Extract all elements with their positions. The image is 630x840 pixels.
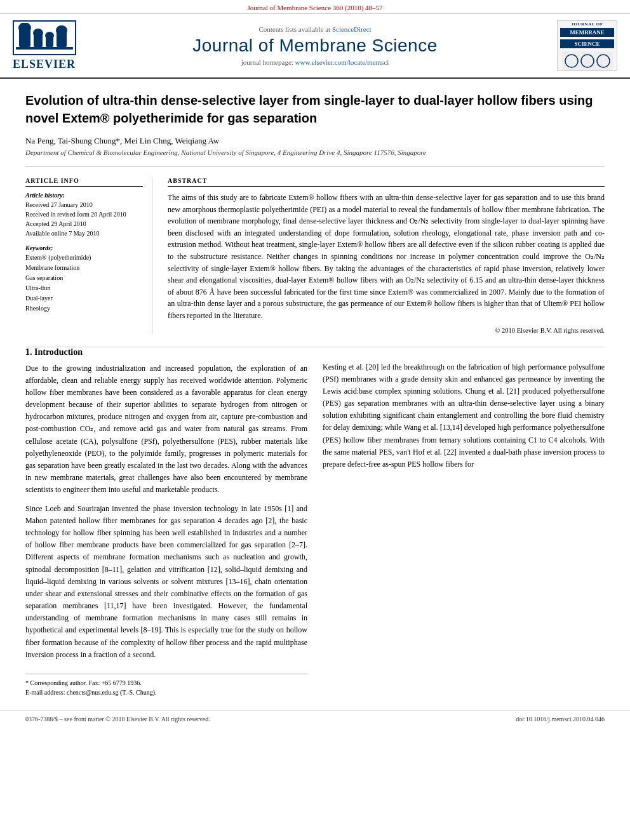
keyword-4: Ultra-thin — [25, 283, 143, 293]
divider-1 — [25, 166, 605, 167]
body-two-col: 1. Introduction Due to the growing indus… — [25, 347, 605, 698]
homepage-url: www.elsevier.com/locate/memsci — [295, 58, 389, 66]
journal-header-center: Contents lists available at ScienceDirec… — [89, 25, 541, 66]
svg-rect-8 — [16, 47, 73, 50]
affiliation: Department of Chemical & Biomolecular En… — [25, 149, 605, 156]
intro-para1: Due to the growing industrialization and… — [25, 363, 307, 497]
keyword-6: Rheology — [25, 303, 143, 314]
article-history-group: Article history: Received 27 January 201… — [25, 192, 143, 238]
keywords-group: Keywords: Extem® (polyetherimide) Membra… — [25, 244, 143, 314]
sciencedirect-link[interactable]: ScienceDirect — [332, 25, 372, 33]
elsevier-tree-icon — [16, 23, 73, 53]
footer-issn: 0376-7388/$ – see front matter © 2010 El… — [25, 716, 210, 723]
keyword-3: Gas separation — [25, 273, 143, 283]
journal-logo-box: journal of MEMBRANE SCIENCE — [557, 20, 617, 71]
svg-point-3 — [33, 29, 43, 37]
received-date: Received 27 January 2010 — [25, 200, 143, 210]
journal-logo-mid1: MEMBRANE — [560, 28, 614, 37]
copyright-line: © 2010 Elsevier B.V. All rights reserved… — [168, 327, 605, 334]
authors: Na Peng, Tai-Shung Chung*, Mei Lin Chng,… — [25, 136, 605, 146]
footnote-area: * Corresponding author. Fax: +65 6779 19… — [25, 674, 307, 697]
keyword-5: Dual-layer — [25, 293, 143, 303]
paper-content: Evolution of ultra-thin dense-selective … — [0, 79, 630, 347]
footer-doi: doi:10.1016/j.memsci.2010.04.046 — [516, 716, 605, 723]
article-body-cols: Article Info Article history: Received 2… — [25, 177, 605, 334]
history-label: Article history: — [25, 192, 143, 199]
elsevier-logo-area: ELSEVIER — [13, 20, 89, 71]
svg-point-10 — [581, 55, 594, 67]
footnote-star: * Corresponding author. Fax: +65 6779 19… — [25, 678, 307, 688]
revised-date: Received in revised form 20 April 2010 — [25, 210, 143, 219]
svg-point-11 — [597, 55, 610, 67]
abstract-text: The aims of this study are to fabricate … — [168, 192, 605, 322]
accepted-date: Accepted 29 April 2010 — [25, 219, 143, 229]
journal-title: Journal of Membrane Science — [89, 36, 541, 56]
svg-point-7 — [56, 25, 67, 36]
journal-logo-area: journal of MEMBRANE SCIENCE — [541, 20, 617, 71]
abstract-col: Abstract The aims of this study are to f… — [168, 177, 605, 334]
journal-logo-graphic — [562, 51, 613, 70]
elsevier-logo: ELSEVIER — [13, 20, 89, 71]
keyword-1: Extem® (polyetherimide) — [25, 253, 143, 263]
journal-logo-top: journal of — [572, 22, 603, 27]
elsevier-label: ELSEVIER — [13, 58, 76, 71]
journal-logo-mid2: SCIENCE — [560, 39, 614, 48]
keyword-2: Membrane formation — [25, 263, 143, 273]
footer-bar: 0376-7388/$ – see front matter © 2010 El… — [0, 710, 630, 728]
svg-point-5 — [45, 32, 54, 39]
intro-para3: Kesting et al. [20] led the breakthrough… — [323, 361, 605, 471]
body-content: 1. Introduction Due to the growing indus… — [0, 347, 630, 710]
article-info-col: Article Info Article history: Received 2… — [25, 177, 152, 334]
article-info-label: Article Info — [25, 177, 143, 187]
body-left-col: 1. Introduction Due to the growing indus… — [25, 347, 307, 698]
journal-citation: Journal of Membrane Science 360 (2010) 4… — [247, 4, 382, 11]
homepage-line: journal homepage: www.elsevier.com/locat… — [89, 58, 541, 66]
contents-available-line: Contents lists available at ScienceDirec… — [89, 25, 541, 33]
footnote-email: E-mail address: chencts@nus.edu.sg (T.-S… — [25, 688, 307, 697]
journal-header: ELSEVIER Contents lists available at Sci… — [0, 14, 630, 79]
intro-heading: 1. Introduction — [25, 347, 307, 357]
body-right-col: Kesting et al. [20] led the breakthrough… — [323, 347, 605, 698]
top-bar: Journal of Membrane Science 360 (2010) 4… — [0, 0, 630, 14]
paper-title: Evolution of ultra-thin dense-selective … — [25, 91, 605, 127]
svg-point-9 — [565, 55, 578, 67]
intro-para2: Since Loeb and Sourirajan invented the p… — [25, 503, 307, 661]
elsevier-logo-box — [13, 20, 76, 55]
abstract-label: Abstract — [168, 177, 605, 187]
online-date: Available online 7 May 2010 — [25, 229, 143, 238]
keywords-label: Keywords: — [25, 244, 143, 251]
